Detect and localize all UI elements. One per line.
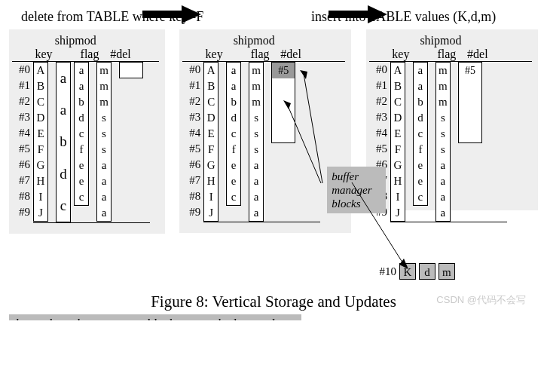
mid-column: aabdcfeec — [413, 62, 428, 206]
panels-row: shipmod key flag #del #0#1#2#3#4#5#6#7#8… — [9, 29, 538, 234]
col-key-header: key — [29, 47, 59, 61]
delete-sql-label: delete from TABLE where key=F — [21, 9, 236, 25]
svg-marker-2 — [283, 100, 291, 109]
panel-after-delete: shipmod key flag #del #0#1#2#3#4#5#6#7#8… — [179, 29, 351, 233]
col-flag-header: flag — [75, 47, 104, 61]
key-column: ABCDEFGHIJ — [33, 62, 48, 222]
svg-marker-5 — [329, 5, 387, 23]
rownum-column: #0#1#2#3#4#5#6#7#8#9 — [12, 62, 30, 220]
flag-column: mmmsssaaaa — [96, 62, 112, 222]
svg-marker-0 — [142, 5, 201, 23]
sql-labels-row: delete from TABLE where key=F insert int… — [9, 9, 538, 29]
del-column-with-entry: #5 — [458, 62, 482, 143]
arrow-icon — [329, 5, 387, 23]
rownum-column: #0#1#2#3#4#5#6#7#8#9 — [182, 62, 200, 220]
svg-marker-4 — [300, 70, 307, 79]
mid-column: aabdcfeec — [226, 62, 241, 206]
column-headers: key flag #del — [369, 47, 532, 62]
data-grid: #0#1#2#3#4#5#6#7#8#9 ABCDEFGHIJ aabdc aa… — [12, 62, 159, 222]
mid-column: aabdcfeec — [74, 62, 89, 206]
key-column: ABCDEFGHIJ — [203, 62, 218, 222]
diagram-container: delete from TABLE where key=F insert int… — [9, 9, 538, 311]
mid-column-large: aabdc — [56, 62, 71, 222]
insert-cell: d — [419, 263, 435, 280]
insert-cell: m — [439, 263, 455, 280]
table-name: shipmod — [369, 34, 532, 47]
leave-untouched-note: leave the column storage blocks untouche… — [9, 314, 301, 320]
flag-column: mmmsssaaaa — [435, 62, 451, 222]
watermark: CSDN @代码不会写 — [436, 293, 526, 307]
del-column-empty — [119, 62, 143, 78]
arrow-line-icon — [300, 70, 330, 194]
column-headers: key flag #del — [182, 47, 345, 62]
table-name: shipmod — [12, 34, 159, 47]
col-del-header: #del — [105, 47, 136, 61]
arrow-icon — [142, 5, 201, 23]
del-entry: #5 — [459, 63, 481, 78]
del-entry: #5 — [272, 63, 295, 78]
table-name: shipmod — [182, 34, 345, 47]
panel-after-insert: shipmod key flag #del #0#1#2#3#4#5#6#7#8… — [366, 29, 538, 210]
flag-column: mmmsssaaaa — [249, 62, 264, 222]
panel-initial: shipmod key flag #del #0#1#2#3#4#5#6#7#8… — [9, 29, 165, 234]
arrow-line-icon — [350, 180, 410, 274]
svg-line-6 — [352, 182, 404, 265]
svg-line-3 — [304, 74, 322, 183]
column-headers: key flag #del — [12, 47, 159, 62]
